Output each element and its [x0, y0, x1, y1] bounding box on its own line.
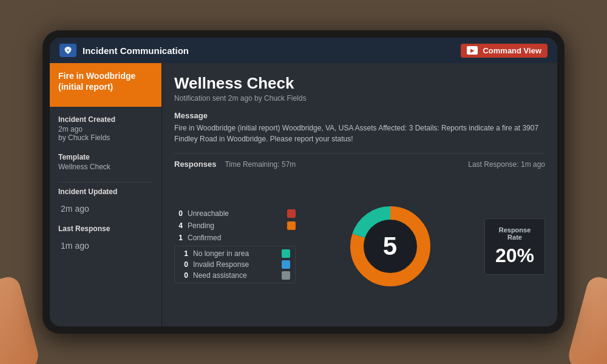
- command-view-label: Command View: [483, 46, 541, 55]
- sidebar: Fire in Woodbridge (initial report) Inci…: [50, 63, 162, 326]
- response-item-invalid: 0 Invalid Response: [180, 260, 290, 269]
- header-title: Incident Communication: [83, 46, 189, 56]
- response-rate-label: Response Rate: [492, 226, 537, 241]
- last-response-value: 1mago: [58, 234, 153, 253]
- need-assistance-color: [282, 271, 290, 280]
- logo-icon: [62, 46, 74, 55]
- content-area: Fire in Woodbridge (initial report) Inci…: [50, 63, 557, 326]
- donut-center-number: 5: [383, 232, 397, 261]
- tablet-screen: Incident Communication ▶ Command View Fi…: [50, 38, 557, 326]
- responses-title: Responses: [174, 160, 216, 169]
- template-label: Template: [58, 153, 153, 161]
- incident-title: Fire in Woodbridge (initial report): [58, 70, 153, 92]
- unreachable-color: [287, 209, 296, 218]
- command-view-icon: ▶: [467, 46, 478, 55]
- app-logo: [59, 44, 76, 57]
- incident-updated-section: Incident Updated 2mago: [58, 187, 153, 216]
- responses-left: Responses Time Remaining: 57m: [174, 160, 296, 169]
- sidebar-divider: [58, 182, 153, 183]
- message-text: Fire in Woodbridge (initial report) Wood…: [174, 123, 545, 144]
- main-panel: Wellness Check Notification sent 2m ago …: [162, 63, 557, 326]
- message-label: Message: [174, 111, 545, 120]
- template-value: Wellness Check: [58, 163, 153, 171]
- incident-created-section: Incident Created 2m ago by Chuck Fields: [58, 115, 153, 142]
- main-title: Wellness Check: [174, 74, 545, 93]
- main-subtitle: Notification sent 2m ago by Chuck Fields: [174, 94, 545, 103]
- response-item-pending: 4 Pending: [174, 221, 296, 230]
- response-rate-value: 20%: [492, 244, 537, 267]
- template-section: Template Wellness Check: [58, 153, 153, 171]
- incident-header: Fire in Woodbridge (initial report): [50, 63, 161, 107]
- responses-header: Responses Time Remaining: 57m Last Respo…: [174, 153, 545, 169]
- app-header: Incident Communication ▶ Command View: [50, 38, 557, 63]
- last-response-time: Last Response: 1m ago: [468, 160, 545, 169]
- tablet-frame: Incident Communication ▶ Command View Fi…: [42, 30, 565, 334]
- hand-left-decoration: [0, 274, 42, 364]
- command-view-button[interactable]: ▶ Command View: [461, 44, 548, 58]
- response-item-need-assistance: 0 Need assistance: [180, 271, 290, 280]
- response-item-confirmed: 1 Confirmed: [174, 234, 296, 242]
- pending-color: [287, 221, 296, 230]
- incident-created-label: Incident Created: [58, 115, 153, 124]
- donut-chart: 5: [345, 201, 436, 292]
- incident-updated-label: Incident Updated: [58, 187, 153, 196]
- response-rate-box: Response Rate 20%: [484, 218, 545, 275]
- hand-right-decoration: [565, 274, 607, 364]
- sidebar-info: Incident Created 2m ago by Chuck Fields …: [50, 107, 161, 326]
- confirmed-group: 1 No longer in area 0 Invalid Response 0: [174, 246, 296, 283]
- message-box: Message Fire in Woodbridge (initial repo…: [174, 111, 545, 144]
- no-longer-color: [282, 249, 290, 258]
- responses-data: 0 Unreachable 4 Pending 1 Confirmed: [174, 175, 545, 318]
- invalid-color: [282, 260, 290, 269]
- response-item-no-longer: 1 No longer in area: [180, 249, 290, 258]
- last-response-label: Last Response: [58, 224, 153, 233]
- time-remaining: Time Remaining: 57m: [225, 160, 296, 169]
- header-left: Incident Communication: [59, 44, 189, 57]
- last-response-section: Last Response 1mago: [58, 224, 153, 253]
- incident-created-by: by Chuck Fields: [58, 133, 153, 142]
- donut-chart-area: 5: [308, 201, 472, 292]
- incident-updated-value: 2mago: [58, 197, 153, 216]
- incident-created-time: 2m ago: [58, 125, 153, 133]
- response-list: 0 Unreachable 4 Pending 1 Confirmed: [174, 209, 296, 283]
- response-item-unreachable: 0 Unreachable: [174, 209, 296, 218]
